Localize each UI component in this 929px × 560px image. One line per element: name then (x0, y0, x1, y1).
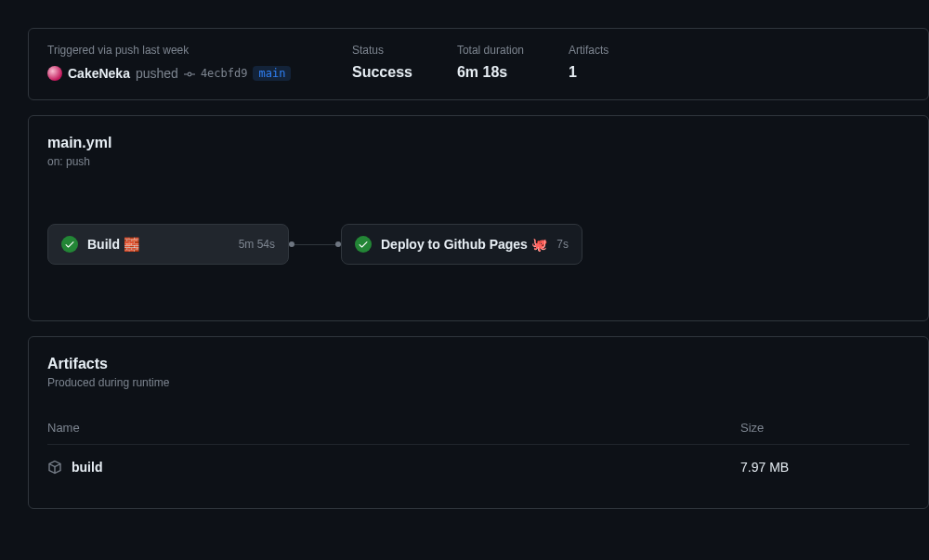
workflow-trigger: on: push (47, 155, 909, 168)
action-text: pushed (136, 66, 178, 81)
commit-sha-link[interactable]: 4ecbfd9 (201, 67, 248, 80)
trigger-row: CakeNeka pushed 4ecbfd9 main (47, 66, 307, 81)
artifact-name-cell[interactable]: build (47, 460, 740, 475)
commit-icon (184, 68, 195, 79)
job-card-deploy[interactable]: Deploy to Github Pages 🐙 7s (341, 224, 582, 265)
table-header: Name Size (47, 411, 909, 444)
artifacts-subtitle: Produced during runtime (47, 376, 909, 389)
workflow-panel: main.yml on: push Build 🧱 5m 54s Deploy … (28, 115, 929, 321)
graph-connector (289, 241, 341, 247)
connector-line (294, 244, 335, 245)
status-column: Status Success (352, 44, 412, 81)
success-icon (61, 236, 78, 253)
job-name: Deploy to Github Pages 🐙 (381, 237, 547, 252)
run-summary-panel: Triggered via push last week CakeNeka pu… (28, 28, 929, 100)
job-card-build[interactable]: Build 🧱 5m 54s (47, 224, 289, 265)
package-icon (47, 460, 62, 475)
actor-link[interactable]: CakeNeka (68, 66, 130, 81)
duration-column: Total duration 6m 18s (457, 44, 524, 81)
job-name: Build 🧱 (87, 237, 229, 252)
success-icon (355, 236, 372, 253)
table-row: build 7.97 MB (47, 444, 909, 489)
trigger-column: Triggered via push last week CakeNeka pu… (47, 44, 307, 81)
artifacts-title: Artifacts (47, 356, 909, 372)
workflow-title: main.yml (47, 135, 909, 151)
status-value: Success (352, 64, 412, 81)
artifacts-count-label: Artifacts (569, 44, 608, 57)
column-header-name: Name (47, 421, 740, 435)
artifact-size: 7.97 MB (740, 460, 852, 475)
workflow-graph: Build 🧱 5m 54s Deploy to Github Pages 🐙 … (47, 224, 909, 265)
artifact-name: build (72, 460, 102, 475)
job-duration: 5m 54s (239, 238, 275, 251)
actor-avatar[interactable] (47, 66, 62, 81)
svg-point-0 (188, 72, 191, 76)
column-header-size: Size (740, 421, 852, 435)
artifacts-panel: Artifacts Produced during runtime Name S… (28, 336, 929, 509)
artifacts-column: Artifacts 1 (569, 44, 608, 81)
artifacts-table: Name Size build 7.97 MB (47, 411, 909, 489)
trigger-label: Triggered via push last week (47, 44, 307, 57)
artifacts-count-value[interactable]: 1 (569, 64, 608, 81)
status-label: Status (352, 44, 412, 57)
job-duration: 7s (556, 238, 569, 251)
branch-badge[interactable]: main (253, 66, 291, 81)
duration-label: Total duration (457, 44, 524, 57)
duration-value[interactable]: 6m 18s (457, 64, 524, 81)
